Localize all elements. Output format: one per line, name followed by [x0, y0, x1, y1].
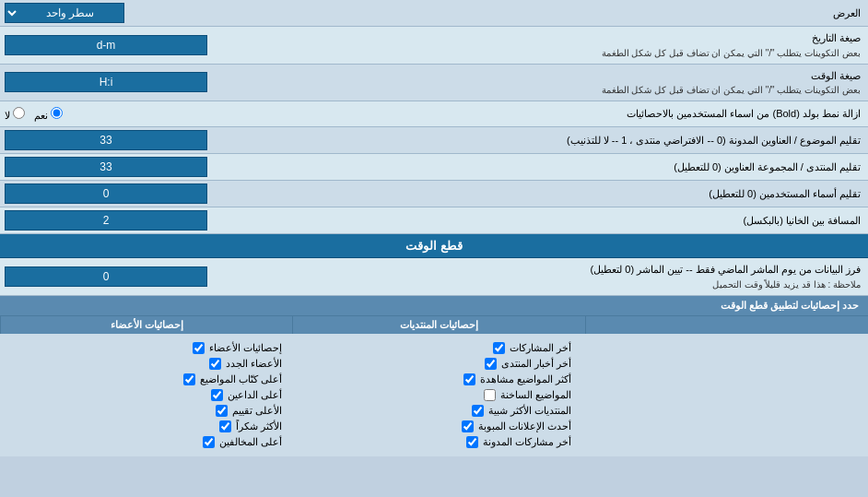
check-col2-6-label: أعلى المخالفين: [219, 436, 282, 448]
spacing-input[interactable]: [5, 210, 207, 231]
time-filter-input[interactable]: [5, 266, 207, 287]
col1-checkboxes: أخر المشاركات أخر أخبار المنتدى أكثر الم…: [289, 337, 579, 453]
check-col1-5-label: أحدث الإعلانات المبوبة: [478, 420, 571, 432]
col1-title: إحصائيات المنتديات: [292, 316, 584, 334]
check-col1-4-label: المنتديات الأكثر شبية: [488, 405, 571, 417]
check-col1-6[interactable]: [466, 436, 478, 448]
time-format-input-cell: [0, 69, 258, 95]
forums-input-cell: [0, 154, 258, 180]
users-input-cell: [0, 181, 258, 207]
check-col2-0-label: إحصائيات الأعضاء: [209, 342, 282, 354]
check-col2-3-label: أعلى الداعين: [228, 389, 282, 401]
check-col1-2[interactable]: [463, 373, 475, 385]
bold-label: ازالة نمط بولد (Bold) من اسماء المستخدمي…: [258, 104, 868, 124]
check-col2-5-label: الأكثر شكراً: [236, 420, 282, 432]
check-col1-1[interactable]: [485, 358, 497, 370]
radio-no[interactable]: [13, 107, 25, 119]
forums-label: تقليم المنتدى / المجموعة العناوين (0 للت…: [258, 158, 868, 177]
stats-limit-label: حدد إحصائيات لتطبيق قطع الوقت: [267, 300, 859, 312]
col2-checkboxes: إحصائيات الأعضاء الأعضاء الجدد أعلى كتّا…: [0, 337, 289, 453]
check-col1-3-label: المواضيع الساخنة: [500, 389, 571, 401]
date-format-input[interactable]: [5, 35, 207, 55]
check-col2-1-label: الأعضاء الجدد: [226, 358, 282, 370]
topics-input[interactable]: [5, 130, 207, 150]
check-col2-2[interactable]: [183, 373, 195, 385]
check-col2-4-label: الأعلى تقييم: [232, 405, 282, 417]
spacing-label: المسافة بين الخانيا (بالبكسل): [258, 211, 868, 231]
check-col2-4[interactable]: [216, 405, 228, 417]
time-filter-input-cell: [0, 264, 258, 290]
date-format-label: صيغة التاريخ بعض التكوينات يتطلب "/" الت…: [258, 27, 868, 64]
display-select[interactable]: سطر واحد: [5, 3, 124, 23]
check-col2-6[interactable]: [203, 436, 215, 448]
check-col1-2-label: أكثر المواضيع مشاهدة: [480, 373, 571, 385]
check-col1-3[interactable]: [484, 389, 496, 401]
users-input[interactable]: [5, 183, 207, 204]
check-col1-6-label: أخر مشاركات المدونة: [483, 436, 571, 448]
time-section-header: قطع الوقت: [405, 239, 463, 253]
display-label: العرض: [258, 4, 868, 23]
check-col2-1[interactable]: [209, 358, 221, 370]
spacing-input-cell: [0, 207, 258, 233]
check-col2-5[interactable]: [219, 420, 231, 432]
forums-input[interactable]: [5, 157, 207, 177]
check-col1-5[interactable]: [462, 420, 474, 432]
radio-no-label: لا: [5, 107, 25, 122]
col2-title: إحصائيات الأعضاء: [0, 316, 292, 334]
check-col1-0-label: أخر المشاركات: [510, 342, 571, 354]
check-col2-0[interactable]: [193, 342, 205, 354]
bold-radio-cell: نعم لا: [0, 104, 258, 124]
time-format-input[interactable]: [5, 72, 207, 92]
topics-label: تقليم الموضوع / العناوين المدونة (0 -- ا…: [258, 131, 868, 150]
check-col1-4[interactable]: [472, 405, 484, 417]
check-col2-3[interactable]: [211, 389, 223, 401]
time-format-label: صيغة الوقت بعض التكوينات يتطلب "/" التي …: [258, 65, 868, 101]
topics-input-cell: [0, 127, 258, 153]
date-format-input-cell: [0, 32, 258, 58]
radio-yes-label: نعم: [34, 107, 63, 122]
check-col2-2-label: أعلى كتّاب المواضيع: [200, 373, 282, 385]
check-col1-0[interactable]: [493, 342, 505, 354]
display-select-cell: سطر واحد: [0, 0, 258, 26]
users-label: تقليم أسماء المستخدمين (0 للتعطيل): [258, 184, 868, 204]
radio-yes[interactable]: [51, 107, 63, 119]
check-col1-1-label: أخر أخبار المنتدى: [501, 358, 571, 370]
time-filter-label: فرز البيانات من يوم الماشر الماضي فقط --…: [258, 258, 868, 295]
